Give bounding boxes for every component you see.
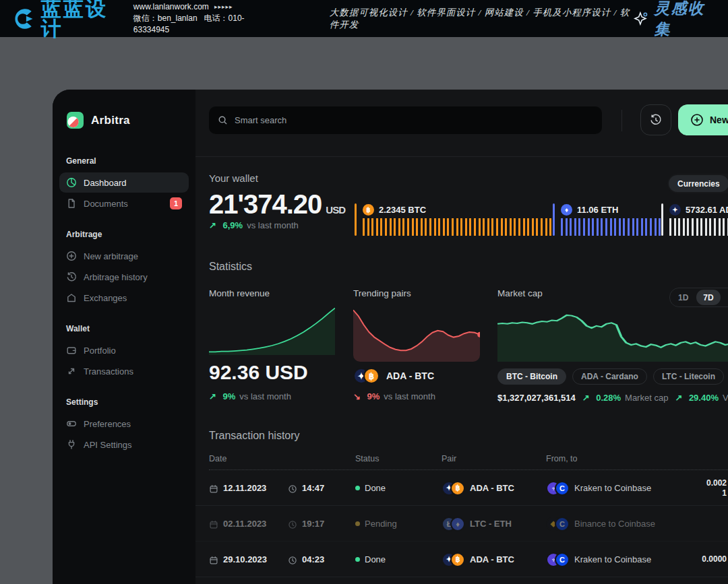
- wallet-toggle-currencies[interactable]: Currencies: [669, 175, 728, 192]
- market-cap-coin-filter: BTC - BitcoinADA - CardanoLTC - Litecoin…: [497, 368, 728, 385]
- delta-down-arrow: ↘: [353, 391, 363, 401]
- col-pair: Pair: [442, 454, 456, 463]
- history-icon: [66, 271, 77, 282]
- market-cap-chart: [497, 305, 728, 362]
- dashboard-icon: [66, 177, 77, 188]
- sidebar-item-api-settings[interactable]: API Settings: [59, 434, 189, 455]
- status-dot: [355, 486, 360, 490]
- segment-bars: [669, 218, 728, 236]
- tx-time: 14:47: [288, 470, 324, 506]
- btc-coin-icon: ฿: [450, 552, 465, 567]
- tx-status: Pending: [355, 506, 397, 542]
- wallet-delta-value: 6,9%: [223, 220, 243, 230]
- portfolio-icon: [66, 345, 77, 356]
- sidebar-item-label: Portfolio: [84, 346, 116, 356]
- banner-arrows: ▸▸▸▸▸: [214, 1, 233, 13]
- segment-amount: 11.06 ETH: [577, 205, 618, 215]
- coinbase-coin-icon: C: [555, 517, 570, 531]
- coin-pill-ada[interactable]: ADA - Cardano: [572, 368, 647, 385]
- coinbase-coin-icon: C: [555, 552, 570, 567]
- market-cap-range-toggle: 1D7D1M: [669, 288, 728, 307]
- delta-up-arrow: ↗: [209, 391, 219, 401]
- btc-coin-icon: ฿: [363, 204, 374, 216]
- tx-status: Done: [355, 470, 386, 506]
- segment-bars: [561, 218, 661, 236]
- sidebar-item-preferences[interactable]: Preferences: [59, 414, 189, 434]
- sidebar-section-wallet: WalletPortfolioTransactions: [66, 324, 182, 381]
- table-row[interactable]: 12.11.202314:47Done✦฿ADA - BTC♆CKraken t…: [195, 470, 728, 506]
- calendar-icon: [209, 555, 218, 564]
- sidebar-section-label: Settings: [66, 397, 182, 407]
- exchange-icon: [66, 292, 77, 303]
- tx-date: 02.11.2023: [209, 506, 266, 542]
- sidebar-item-new-arbitrage[interactable]: New arbitrage: [59, 246, 189, 266]
- segment-label: ✦5732.61 ADA: [669, 203, 728, 216]
- market-cap-title: Market cap: [497, 288, 543, 298]
- new-arbitrage-label: New arbitrage: [710, 115, 728, 125]
- table-row[interactable]: 02.11.202319:17PendingŁ♦LTC - ETH◆CBinan…: [195, 506, 728, 542]
- banner-services: 大数据可视化设计 / 软件界面设计 / 网站建设 / 手机及小程序设计 / 软件…: [330, 7, 633, 31]
- table-row[interactable]: 29.10.202304:23Done✦฿ADA - BTC♆CKraken t…: [195, 542, 728, 577]
- status-dot: [355, 557, 360, 562]
- site-logo-icon: [12, 6, 36, 32]
- tx-route: ♆CKraken to Coinbase: [546, 542, 651, 577]
- sidebar-item-label: New arbitrage: [84, 251, 138, 261]
- range-pill-1m[interactable]: 1M: [722, 290, 728, 305]
- tx-route: ♆CKraken to Coinbase: [546, 470, 651, 506]
- trending-pairs-delta: ↘ 9% vs last month: [353, 391, 435, 401]
- sidebar-item-dashboard[interactable]: Dashboard: [59, 172, 189, 193]
- sidebar-section-arbitrage: ArbitrageNew arbitrageArbitrage historyE…: [66, 230, 182, 308]
- inspiration-link[interactable]: 灵感收集: [633, 0, 716, 40]
- wallet-delta-note: vs last month: [247, 220, 299, 230]
- new-arbitrage-button[interactable]: New arbitrage: [678, 104, 728, 135]
- market-cap-stats: $1,327,027,361,514 ↗ 0.28% Market cap ↗ …: [497, 393, 728, 403]
- table-header: Date Status Pair From, to: [209, 453, 728, 470]
- wallet-segment-btc[interactable]: ฿2.2345 BTC: [355, 203, 553, 236]
- segment-divider: [661, 203, 663, 236]
- calendar-icon: [209, 519, 218, 529]
- sidebar-item-documents[interactable]: Documents1: [59, 193, 189, 214]
- tx-route: ◆CBinance to Coinbase: [546, 506, 655, 542]
- range-pill-1d[interactable]: 1D: [671, 290, 695, 305]
- sidebar-section-general: GeneralDashboardDocuments1: [66, 156, 182, 214]
- wallet-segment-eth[interactable]: ♦11.06 ETH: [553, 203, 661, 236]
- month-revenue-chart: [209, 305, 335, 355]
- range-pill-7d[interactable]: 7D: [696, 290, 720, 305]
- tx-pair: ✦฿ADA - BTC: [442, 542, 514, 577]
- preferences-icon: [66, 418, 77, 429]
- sidebar-item-label: Documents: [84, 199, 128, 209]
- tx-pair: Ł♦LTC - ETH: [442, 506, 512, 542]
- month-revenue-delta-note: vs last month: [239, 391, 291, 401]
- transactions-icon: [66, 366, 77, 377]
- trending-pair-label: ADA - BTC: [386, 370, 434, 381]
- site-logo[interactable]: 蓝蓝设计: [12, 0, 123, 39]
- statistics-title: Statistics: [209, 261, 252, 273]
- market-cap-delta-value: 0.28%: [596, 393, 621, 403]
- trending-pairs-chart: [353, 305, 480, 362]
- tx-time: 19:17: [288, 506, 324, 542]
- market-cap-value: $1,327,027,361,514: [497, 393, 576, 403]
- search-input[interactable]: [209, 106, 602, 134]
- wallet-segment-ada[interactable]: ✦5732.61 ADA: [661, 203, 728, 236]
- sidebar: Arbitra GeneralDashboardDocuments1Arbitr…: [53, 90, 195, 584]
- segment-amount: 2.2345 BTC: [379, 205, 426, 215]
- status-dot: [355, 521, 360, 526]
- segment-divider: [355, 203, 357, 236]
- sidebar-item-label: Exchanges: [84, 293, 127, 303]
- banner-url[interactable]: www.lanlanwork.com: [133, 1, 209, 13]
- segment-amount: 5732.61 ADA: [686, 205, 728, 215]
- main-content: New arbitrage Your wallet 21'374.20USD ↗…: [195, 90, 728, 584]
- sidebar-item-label: Transactions: [84, 366, 133, 377]
- app-logo[interactable]: Arbitra: [66, 111, 182, 129]
- coin-pill-btc[interactable]: BTC - Bitcoin: [497, 368, 566, 385]
- sidebar-item-transactions[interactable]: Transactions: [59, 361, 189, 381]
- coin-pill-ltc[interactable]: LTC - Litecoin: [653, 368, 724, 385]
- ada-coin-icon: ✦: [669, 204, 681, 216]
- wallet-balance-value: 21'374.20: [209, 189, 322, 219]
- sidebar-item-portfolio[interactable]: Portfolio: [59, 340, 189, 360]
- sidebar-item-arbitrage-history[interactable]: Arbitrage history: [59, 267, 189, 287]
- history-button[interactable]: [640, 104, 671, 135]
- transaction-history-title: Transaction history: [209, 430, 300, 442]
- market-cap-delta: ↗ 0.28% Market cap: [582, 393, 669, 403]
- sidebar-item-exchanges[interactable]: Exchanges: [59, 288, 189, 308]
